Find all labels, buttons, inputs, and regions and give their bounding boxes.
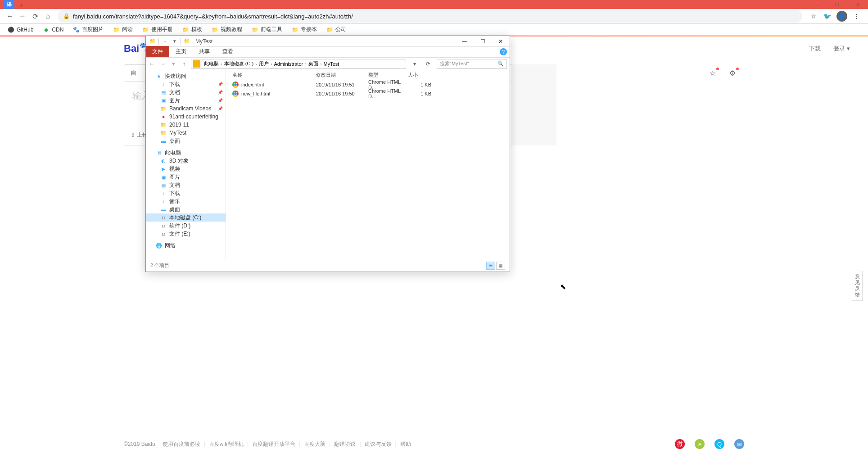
ribbon-tab[interactable]: 文件 (146, 46, 169, 57)
tree-item[interactable]: ↓下载📌 (146, 80, 226, 88)
social-icon[interactable]: 微 (675, 439, 685, 449)
profile-avatar[interactable]: 👤 (836, 11, 847, 22)
tree-item[interactable]: ↓下载 (146, 189, 226, 197)
tree-item[interactable]: 📁2019-11 (146, 121, 226, 129)
bookmark-item[interactable]: ⚫GitHub (7, 26, 33, 33)
tree-item[interactable]: ◘本地磁盘 (C:) (146, 213, 226, 222)
breadcrumb-item[interactable]: 用户 (257, 60, 271, 67)
bookmark-item[interactable]: 📁模板 (182, 26, 202, 33)
explorer-up-button[interactable]: ↑ (181, 60, 187, 67)
tree-item[interactable]: ◘软件 (D:) (146, 222, 226, 230)
footer-link[interactable]: 百度大脑 (304, 440, 326, 448)
explorer-address-bar: ← → ▾ ↑ 此电脑›本地磁盘 (C:)›用户›Administrator›桌… (146, 58, 510, 70)
tree-item[interactable]: ●91anti-counterfeiting (146, 113, 226, 121)
forward-button[interactable]: → (16, 10, 29, 23)
menu-icon[interactable]: ⋮ (853, 12, 861, 20)
tree-item-label: 图片 (169, 97, 180, 104)
extension-icon-1[interactable]: 🐦 (823, 12, 831, 20)
search-placeholder: 搜索"MyTest" (440, 60, 469, 67)
footer-link[interactable]: 建议与反馈 (365, 440, 392, 448)
tree-item[interactable]: ◐3D 对象 (146, 157, 226, 165)
star-icon[interactable]: ☆ (809, 12, 818, 20)
bookmark-item[interactable]: ◆CDN (42, 26, 63, 33)
footer-link[interactable]: 百度wifi翻译机 (209, 440, 244, 448)
explorer-search-input[interactable]: 搜索"MyTest" 🔍 (437, 59, 507, 69)
download-link[interactable]: 下载 (809, 45, 821, 53)
breadcrumb-item[interactable]: MyTest (322, 61, 341, 67)
tree-item[interactable]: ♪音乐 (146, 197, 226, 205)
tree-item[interactable]: ▤文档📌 (146, 88, 226, 96)
tree-item[interactable]: ▤文档 (146, 181, 226, 189)
back-button[interactable]: ← (4, 10, 16, 23)
breadcrumb-item[interactable]: 此电脑 (202, 60, 221, 67)
bookmark-item[interactable]: 📁阅读 (113, 26, 133, 33)
bookmark-item[interactable]: 📁前端工具 (251, 26, 282, 33)
column-date[interactable]: 修改日期 (316, 72, 368, 78)
minimize-button[interactable]: — (806, 0, 827, 9)
qat-icon-1[interactable]: ▫ (160, 37, 170, 45)
bookmark-item[interactable]: 📁专接本 (291, 26, 317, 33)
column-type[interactable]: 类型 (368, 72, 408, 78)
tree-item[interactable]: ▣图片📌 (146, 96, 226, 104)
folder-icon[interactable]: 📁 (148, 37, 158, 45)
maximize-button[interactable]: ☐ (827, 0, 847, 9)
explorer-history-dropdown[interactable]: ▾ (170, 60, 176, 67)
tree-item[interactable]: 📁Bandicam Videos📌 (146, 104, 226, 113)
tree-item[interactable]: ★快速访问 (146, 72, 226, 80)
tree-item[interactable]: 🖥此电脑 (146, 149, 226, 157)
feedback-tab[interactable]: 意见反馈 (852, 271, 863, 301)
bookmark-item[interactable]: 📁使用手册 (142, 26, 173, 33)
column-size[interactable]: 大小 (408, 72, 435, 78)
explorer-back-button[interactable]: ← (149, 60, 155, 67)
footer-link[interactable]: 使用百度前必读 (163, 440, 200, 448)
bookmark-item[interactable]: 🐾百度图片 (72, 26, 104, 33)
ribbon-tab[interactable]: 查看 (216, 46, 240, 57)
login-button[interactable]: 登录 ▾ (833, 45, 850, 53)
close-button[interactable]: ✕ (847, 0, 868, 9)
home-button[interactable]: ⌂ (41, 10, 54, 23)
ribbon-tab[interactable]: 主页 (169, 46, 193, 57)
tree-item[interactable]: ▬桌面 (146, 205, 226, 213)
footer-link[interactable]: 帮助 (400, 440, 411, 448)
omnibox[interactable]: 🔒 fanyi.baidu.com/translate?aldtype=1604… (58, 10, 802, 23)
refresh-button[interactable]: ⟳ (423, 61, 433, 67)
explorer-close-button[interactable]: ✕ (492, 36, 510, 47)
details-view-button[interactable]: ☰ (486, 262, 495, 270)
tree-item[interactable]: ▶视频 (146, 165, 226, 173)
qat-icon-2[interactable]: ▾ (170, 37, 180, 45)
ribbon-tab[interactable]: 共享 (193, 46, 216, 57)
reload-button[interactable]: ⟳ (29, 10, 41, 23)
explorer-minimize-button[interactable]: — (456, 36, 474, 47)
pin-icon: 📌 (218, 98, 223, 103)
breadcrumb-dropdown[interactable]: ▾ (410, 61, 420, 67)
explorer-maximize-button[interactable]: ☐ (474, 36, 492, 47)
file-row[interactable]: index.html2019/11/16 19:51Chrome HTML D.… (226, 80, 510, 89)
bookmark-item[interactable]: 📁视频教程 (211, 26, 242, 33)
tree-item[interactable]: ▬桌面 (146, 137, 226, 145)
explorer-forward-button[interactable]: → (159, 60, 166, 67)
active-tab[interactable]: 译 (4, 0, 14, 9)
footer-link[interactable]: 翻译协议 (334, 440, 356, 448)
footer-link[interactable]: 百度翻译开放平台 (252, 440, 295, 448)
tree-item[interactable]: ◘文件 (E:) (146, 230, 226, 238)
star-tool-icon[interactable]: ☆ (710, 69, 718, 77)
gear-icon[interactable]: ⚙ (729, 69, 737, 77)
breadcrumb-item[interactable]: Administrator (272, 61, 305, 67)
social-icon[interactable]: ✳ (695, 439, 705, 449)
column-name[interactable]: 名称 (226, 72, 316, 78)
bookmark-item[interactable]: 📁公司 (326, 26, 346, 33)
help-icon[interactable]: ? (500, 48, 507, 55)
breadcrumb-item[interactable]: 桌面 (307, 60, 320, 67)
social-icon[interactable]: ✉ (734, 439, 744, 449)
social-icon[interactable]: Q (714, 439, 724, 449)
tree-item[interactable]: ▣图片 (146, 173, 226, 181)
icons-view-button[interactable]: ▦ (496, 262, 505, 270)
tree-item-label: 本地磁盘 (C:) (169, 214, 201, 222)
file-row[interactable]: new_file.html2019/11/16 19:50Chrome HTML… (226, 89, 510, 98)
tree-item[interactable]: 📁MyTest (146, 129, 226, 137)
breadcrumb[interactable]: 此电脑›本地磁盘 (C:)›用户›Administrator›桌面›MyTest (191, 59, 406, 69)
tree-item[interactable]: 🌐网络 (146, 241, 226, 249)
breadcrumb-item[interactable]: 本地磁盘 (C:) (222, 60, 255, 67)
bookmarks-bar: ⚫GitHub◆CDN🐾百度图片📁阅读📁使用手册📁模板📁视频教程📁前端工具📁专接… (0, 24, 868, 36)
new-tab-button[interactable]: + (15, 0, 28, 9)
